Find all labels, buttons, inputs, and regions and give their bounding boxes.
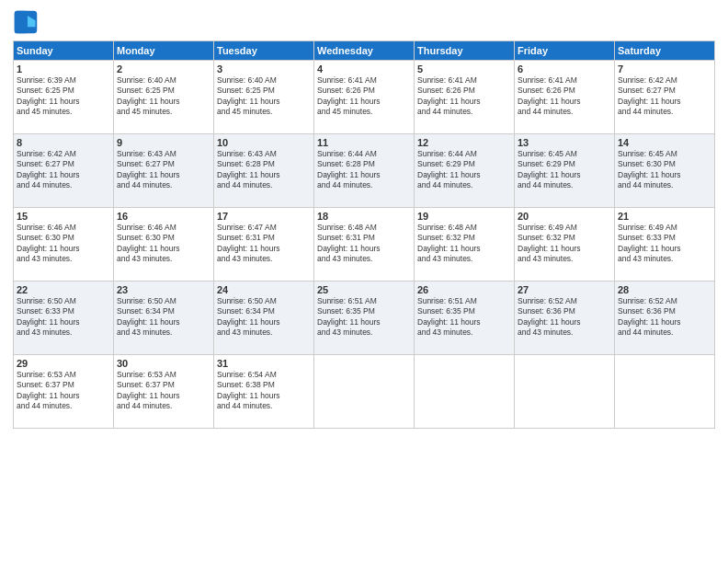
day-info: Sunrise: 6:51 AM Sunset: 6:35 PM Dayligh…	[317, 296, 411, 339]
day-info: Sunrise: 6:41 AM Sunset: 6:26 PM Dayligh…	[417, 75, 511, 118]
day-info: Sunrise: 6:42 AM Sunset: 6:27 PM Dayligh…	[618, 75, 711, 118]
calendar-cell: 4Sunrise: 6:41 AM Sunset: 6:26 PM Daylig…	[314, 61, 415, 134]
day-number: 4	[317, 63, 411, 75]
day-number: 16	[117, 211, 210, 222]
weekday-header: Sunday	[14, 41, 114, 61]
calendar-cell: 10Sunrise: 6:43 AM Sunset: 6:28 PM Dayli…	[214, 134, 314, 208]
day-number: 1	[17, 63, 110, 75]
calendar-cell: 12Sunrise: 6:44 AM Sunset: 6:29 PM Dayli…	[415, 134, 515, 208]
day-info: Sunrise: 6:43 AM Sunset: 6:27 PM Dayligh…	[117, 149, 210, 191]
calendar: SundayMondayTuesdayWednesdayThursdayFrid…	[13, 40, 715, 429]
calendar-cell: 27Sunrise: 6:52 AM Sunset: 6:36 PM Dayli…	[515, 282, 615, 355]
day-number: 14	[618, 137, 711, 148]
day-number: 2	[117, 63, 210, 75]
calendar-cell: 17Sunrise: 6:47 AM Sunset: 6:31 PM Dayli…	[214, 208, 314, 282]
calendar-week-row: 1Sunrise: 6:39 AM Sunset: 6:25 PM Daylig…	[14, 61, 715, 134]
day-number: 19	[417, 211, 511, 222]
calendar-cell: 23Sunrise: 6:50 AM Sunset: 6:34 PM Dayli…	[114, 282, 214, 355]
calendar-week-row: 29Sunrise: 6:53 AM Sunset: 6:37 PM Dayli…	[14, 355, 715, 429]
weekday-header: Monday	[114, 41, 214, 61]
calendar-cell: 1Sunrise: 6:39 AM Sunset: 6:25 PM Daylig…	[14, 61, 114, 134]
calendar-cell: 6Sunrise: 6:41 AM Sunset: 6:26 PM Daylig…	[515, 61, 615, 134]
day-info: Sunrise: 6:41 AM Sunset: 6:26 PM Dayligh…	[518, 75, 611, 118]
day-number: 3	[217, 63, 311, 75]
calendar-header-row: SundayMondayTuesdayWednesdayThursdayFrid…	[14, 41, 715, 61]
day-number: 20	[518, 211, 611, 222]
day-number: 5	[417, 63, 511, 75]
day-info: Sunrise: 6:48 AM Sunset: 6:32 PM Dayligh…	[417, 223, 511, 265]
day-info: Sunrise: 6:54 AM Sunset: 6:38 PM Dayligh…	[217, 370, 311, 412]
calendar-cell: 18Sunrise: 6:48 AM Sunset: 6:31 PM Dayli…	[314, 208, 415, 282]
day-number: 11	[317, 137, 411, 148]
calendar-cell	[615, 355, 715, 429]
day-info: Sunrise: 6:52 AM Sunset: 6:36 PM Dayligh…	[518, 296, 611, 339]
day-number: 25	[317, 284, 411, 295]
day-number: 22	[17, 284, 110, 295]
day-number: 6	[518, 63, 611, 75]
day-info: Sunrise: 6:40 AM Sunset: 6:25 PM Dayligh…	[217, 75, 311, 118]
day-number: 10	[217, 137, 311, 148]
day-number: 18	[317, 211, 411, 222]
calendar-cell: 31Sunrise: 6:54 AM Sunset: 6:38 PM Dayli…	[214, 355, 314, 429]
calendar-cell: 3Sunrise: 6:40 AM Sunset: 6:25 PM Daylig…	[214, 61, 314, 134]
svg-rect-2	[15, 11, 28, 34]
day-number: 23	[117, 284, 210, 295]
calendar-cell: 25Sunrise: 6:51 AM Sunset: 6:35 PM Dayli…	[314, 282, 415, 355]
day-info: Sunrise: 6:49 AM Sunset: 6:32 PM Dayligh…	[518, 223, 611, 265]
calendar-cell: 16Sunrise: 6:46 AM Sunset: 6:30 PM Dayli…	[114, 208, 214, 282]
calendar-cell: 19Sunrise: 6:48 AM Sunset: 6:32 PM Dayli…	[415, 208, 515, 282]
day-info: Sunrise: 6:50 AM Sunset: 6:34 PM Dayligh…	[117, 296, 210, 339]
calendar-cell: 7Sunrise: 6:42 AM Sunset: 6:27 PM Daylig…	[615, 61, 715, 134]
calendar-week-row: 22Sunrise: 6:50 AM Sunset: 6:33 PM Dayli…	[14, 282, 715, 355]
calendar-cell	[515, 355, 615, 429]
calendar-cell: 22Sunrise: 6:50 AM Sunset: 6:33 PM Dayli…	[14, 282, 114, 355]
day-number: 27	[518, 284, 611, 295]
day-number: 17	[217, 211, 311, 222]
day-info: Sunrise: 6:40 AM Sunset: 6:25 PM Dayligh…	[117, 75, 210, 118]
day-info: Sunrise: 6:47 AM Sunset: 6:31 PM Dayligh…	[217, 223, 311, 265]
day-number: 9	[117, 137, 210, 148]
calendar-cell: 26Sunrise: 6:51 AM Sunset: 6:35 PM Dayli…	[415, 282, 515, 355]
logo	[13, 9, 40, 35]
day-number: 12	[417, 137, 511, 148]
day-number: 28	[618, 284, 711, 295]
day-info: Sunrise: 6:41 AM Sunset: 6:26 PM Dayligh…	[317, 75, 411, 118]
calendar-week-row: 8Sunrise: 6:42 AM Sunset: 6:27 PM Daylig…	[14, 134, 715, 208]
day-info: Sunrise: 6:50 AM Sunset: 6:34 PM Dayligh…	[217, 296, 311, 339]
day-info: Sunrise: 6:53 AM Sunset: 6:37 PM Dayligh…	[17, 370, 110, 412]
day-number: 7	[618, 63, 711, 75]
day-number: 8	[17, 137, 110, 148]
calendar-cell: 13Sunrise: 6:45 AM Sunset: 6:29 PM Dayli…	[515, 134, 615, 208]
day-info: Sunrise: 6:44 AM Sunset: 6:28 PM Dayligh…	[317, 149, 411, 191]
day-info: Sunrise: 6:48 AM Sunset: 6:31 PM Dayligh…	[317, 223, 411, 265]
calendar-cell: 2Sunrise: 6:40 AM Sunset: 6:25 PM Daylig…	[114, 61, 214, 134]
calendar-cell: 5Sunrise: 6:41 AM Sunset: 6:26 PM Daylig…	[415, 61, 515, 134]
day-number: 29	[17, 358, 110, 369]
day-info: Sunrise: 6:42 AM Sunset: 6:27 PM Dayligh…	[17, 149, 110, 191]
day-info: Sunrise: 6:46 AM Sunset: 6:30 PM Dayligh…	[17, 223, 110, 265]
calendar-week-row: 15Sunrise: 6:46 AM Sunset: 6:30 PM Dayli…	[14, 208, 715, 282]
weekday-header: Saturday	[615, 41, 715, 61]
calendar-cell: 24Sunrise: 6:50 AM Sunset: 6:34 PM Dayli…	[214, 282, 314, 355]
calendar-cell: 15Sunrise: 6:46 AM Sunset: 6:30 PM Dayli…	[14, 208, 114, 282]
logo-icon	[13, 9, 39, 35]
calendar-cell: 14Sunrise: 6:45 AM Sunset: 6:30 PM Dayli…	[615, 134, 715, 208]
weekday-header: Friday	[515, 41, 615, 61]
weekday-header: Tuesday	[214, 41, 314, 61]
day-info: Sunrise: 6:43 AM Sunset: 6:28 PM Dayligh…	[217, 149, 311, 191]
day-number: 26	[417, 284, 511, 295]
day-number: 21	[618, 211, 711, 222]
day-info: Sunrise: 6:53 AM Sunset: 6:37 PM Dayligh…	[117, 370, 210, 412]
day-number: 30	[117, 358, 210, 369]
day-number: 13	[518, 137, 611, 148]
calendar-cell: 8Sunrise: 6:42 AM Sunset: 6:27 PM Daylig…	[14, 134, 114, 208]
day-info: Sunrise: 6:44 AM Sunset: 6:29 PM Dayligh…	[417, 149, 511, 191]
weekday-header: Thursday	[415, 41, 515, 61]
day-info: Sunrise: 6:39 AM Sunset: 6:25 PM Dayligh…	[17, 75, 110, 118]
day-info: Sunrise: 6:50 AM Sunset: 6:33 PM Dayligh…	[17, 296, 110, 339]
day-info: Sunrise: 6:51 AM Sunset: 6:35 PM Dayligh…	[417, 296, 511, 339]
calendar-cell: 28Sunrise: 6:52 AM Sunset: 6:36 PM Dayli…	[615, 282, 715, 355]
calendar-cell: 29Sunrise: 6:53 AM Sunset: 6:37 PM Dayli…	[14, 355, 114, 429]
calendar-cell: 9Sunrise: 6:43 AM Sunset: 6:27 PM Daylig…	[114, 134, 214, 208]
calendar-cell: 11Sunrise: 6:44 AM Sunset: 6:28 PM Dayli…	[314, 134, 415, 208]
